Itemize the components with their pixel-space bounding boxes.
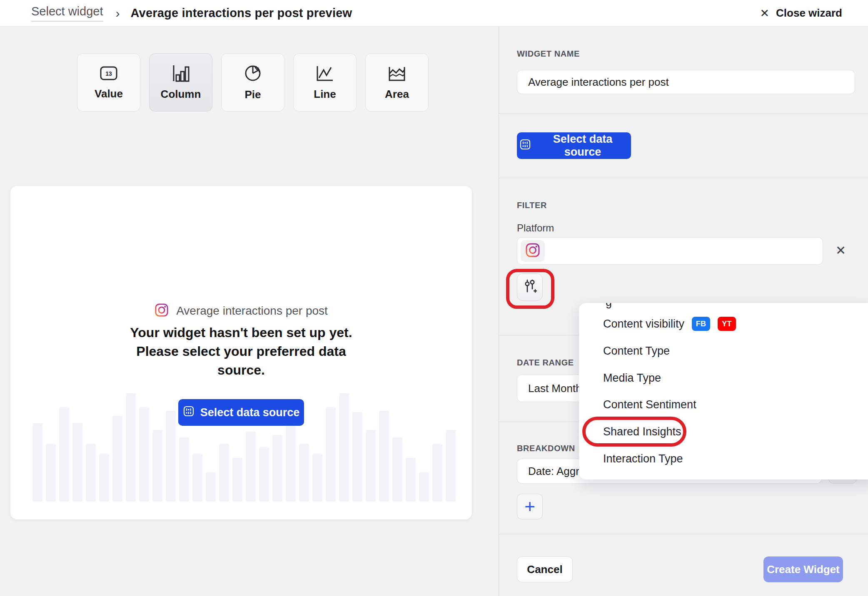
data-source-icon: [183, 405, 195, 420]
filter-options-dropdown: g Content visibility FB YT Content Type …: [579, 303, 868, 479]
widget-name-label: WIDGET NAME: [517, 49, 580, 59]
dropdown-item-label: Shared Insights: [603, 425, 681, 438]
platform-chip: [521, 240, 545, 262]
widget-type-label: Value: [95, 87, 123, 100]
widget-type-label: Pie: [244, 88, 261, 101]
widget-type-label: Line: [314, 88, 336, 101]
value-widget-icon: 13: [99, 65, 119, 82]
dropdown-item-label: Content Sentiment: [603, 398, 696, 411]
dropdown-item-label: Interaction Type: [603, 452, 683, 465]
widget-type-line[interactable]: Line: [293, 53, 357, 112]
breadcrumb-select-widget[interactable]: Select widget: [31, 5, 103, 22]
pie-chart-icon: [244, 64, 262, 82]
preview-widget-title: Average interactions per post: [176, 304, 328, 318]
section-divider: [499, 113, 868, 114]
widget-type-area[interactable]: Area: [365, 53, 429, 112]
select-data-source-label: Select data source: [537, 133, 629, 159]
platform-select[interactable]: [517, 237, 823, 265]
sliders-plus-icon: [522, 278, 537, 296]
data-source-icon: [519, 139, 531, 153]
dropdown-item-interaction-type[interactable]: Interaction Type: [603, 450, 683, 467]
remove-platform-filter-icon[interactable]: ✕: [836, 243, 846, 258]
breadcrumb-chevron-icon: ›: [116, 6, 120, 20]
widget-type-value[interactable]: 13 Value: [77, 53, 140, 112]
empty-state-message: Your widget hasn't been set up yet. Plea…: [116, 323, 366, 379]
wizard-header: Select widget › Average interactions per…: [0, 0, 868, 27]
dropdown-item-content-sentiment[interactable]: Content Sentiment: [603, 396, 696, 413]
date-range-value: Last Month: [528, 382, 582, 395]
create-widget-button[interactable]: Create Widget: [763, 556, 843, 582]
dropdown-item-content-visibility[interactable]: Content visibility FB YT: [603, 315, 736, 332]
add-filter-button[interactable]: [517, 273, 543, 301]
section-divider: [499, 534, 868, 534]
select-data-source-label: Select data source: [200, 406, 300, 419]
page-title: Average interactions per post preview: [131, 6, 352, 20]
widget-type-label: Column: [161, 88, 201, 101]
dropdown-item-label: Content visibility: [603, 318, 684, 330]
instagram-icon: [525, 243, 540, 259]
widget-type-pie[interactable]: Pie: [221, 53, 284, 112]
close-icon[interactable]: ✕: [760, 7, 769, 20]
cancel-button[interactable]: Cancel: [517, 556, 573, 582]
column-chart-icon: [171, 65, 190, 82]
date-range-label: DATE RANGE: [517, 358, 574, 368]
widget-type-selector: 13 Value Column: [77, 53, 429, 112]
close-wizard-label: Close wizard: [776, 7, 842, 20]
facebook-badge: FB: [692, 317, 710, 331]
section-divider: [499, 178, 868, 178]
svg-text:13: 13: [105, 70, 112, 77]
area-chart-icon: [387, 65, 407, 82]
platform-label: Platform: [517, 222, 554, 234]
dropdown-item-media-type[interactable]: Media Type: [603, 370, 661, 386]
add-breakdown-button[interactable]: +: [517, 494, 543, 519]
breakdown-label: BREAKDOWN: [517, 444, 575, 453]
dropdown-item-shared-insights[interactable]: Shared Insights: [603, 423, 681, 440]
instagram-icon: [155, 303, 169, 319]
dropdown-item-label: Content Type: [603, 345, 670, 358]
filter-label: FILTER: [517, 201, 547, 210]
dropdown-item-content-type[interactable]: Content Type: [603, 343, 670, 359]
widget-type-column[interactable]: Column: [149, 53, 212, 112]
widget-type-label: Area: [385, 88, 409, 101]
dropdown-item-label: Media Type: [603, 372, 661, 385]
widget-wizard: Select widget › Average interactions per…: [0, 0, 868, 596]
youtube-badge: YT: [718, 317, 736, 331]
widget-preview-card: Average interactions per post Your widge…: [10, 186, 472, 519]
widget-name-input[interactable]: [517, 70, 855, 94]
close-wizard-button[interactable]: ✕ Close wizard: [760, 7, 842, 20]
select-data-source-button[interactable]: Select data source: [178, 399, 304, 426]
dropdown-item-partial[interactable]: g: [606, 303, 612, 309]
line-chart-icon: [315, 65, 334, 82]
select-data-source-button[interactable]: Select data source: [517, 132, 631, 159]
